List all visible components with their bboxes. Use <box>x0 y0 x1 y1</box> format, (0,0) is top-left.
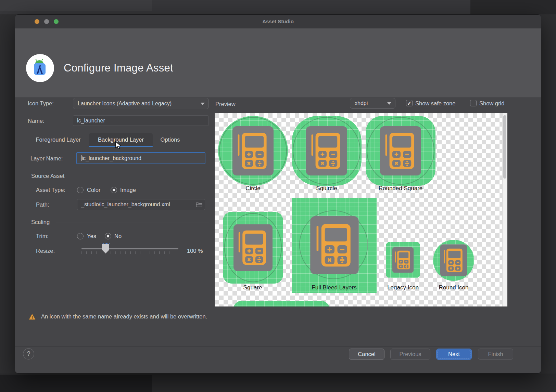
show-grid-checkbox[interactable] <box>470 100 477 106</box>
name-input[interactable]: ic_launcher <box>73 115 209 126</box>
calculator-icon <box>380 126 421 175</box>
preview-scrollbar-thumb[interactable] <box>503 115 506 179</box>
preview-shape-legacy <box>386 242 420 278</box>
preview-scrollbar-track[interactable] <box>502 113 507 306</box>
asset-type-image-label: Image <box>120 187 136 193</box>
window-title: Asset Studio <box>15 15 541 28</box>
tab-options[interactable]: Options <box>155 133 185 146</box>
preview-cell-label: Squircle <box>316 185 337 192</box>
asset-type-radio-color[interactable] <box>77 187 84 193</box>
scaling-section-label: Scaling <box>31 219 50 225</box>
preview-shape-full-bleed <box>292 198 377 293</box>
finish-button[interactable]: Finish <box>478 349 513 360</box>
name-label: Name: <box>28 118 45 124</box>
layer-name-input[interactable]: ic_launcher_background <box>76 152 205 164</box>
background-window-top <box>0 0 152 11</box>
chevron-down-icon <box>201 103 205 105</box>
section-divider <box>56 222 209 222</box>
folder-icon[interactable] <box>196 202 202 207</box>
asset-type-color-label: Color <box>87 187 100 193</box>
icon-type-value: Launcher Icons (Adaptive and Legacy) <box>78 98 172 109</box>
tab-label: Options <box>161 136 180 143</box>
layer-name-label: Layer Name: <box>30 155 63 162</box>
wizard-header: Configure Image Asset <box>15 28 541 98</box>
asset-studio-dialog: Asset Studio Configure Image Asset Icon … <box>15 14 541 374</box>
tab-foreground-layer[interactable]: Foreground Layer <box>29 133 87 146</box>
calculator-icon <box>310 216 359 274</box>
android-studio-logo <box>26 54 54 82</box>
title-bar[interactable]: Asset Studio <box>15 15 541 28</box>
resize-slider-ticks <box>81 251 178 254</box>
preview-cell-label: Legacy Icon <box>387 284 419 291</box>
mouse-cursor <box>115 141 123 149</box>
calculator-icon <box>440 244 467 276</box>
icon-type-label: Icon Type: <box>28 100 54 107</box>
trim-radio-no[interactable] <box>105 233 111 239</box>
background-window-bottom <box>0 375 152 392</box>
calculator-icon <box>232 126 274 175</box>
preview-pane[interactable]: Circle Squircle Rounded Square Square <box>215 113 507 306</box>
source-asset-section-label: Source Asset <box>31 173 64 179</box>
resize-value: 100 % <box>187 248 203 254</box>
preview-cell-label: Rounded Square <box>379 185 423 192</box>
preview-shape-squircle <box>292 116 362 186</box>
calculator-icon <box>392 247 414 273</box>
icon-type-dropdown[interactable]: Launcher Icons (Adaptive and Legacy) <box>73 98 209 109</box>
show-grid-label: Show grid <box>479 100 504 107</box>
show-safe-zone-checkbox[interactable]: ✓ <box>406 100 413 106</box>
asset-type-label: Asset Type: <box>36 187 65 193</box>
path-label: Path: <box>36 201 49 208</box>
trim-yes-label: Yes <box>87 233 96 239</box>
preview-cell-label: Full Bleed Layers <box>312 284 356 291</box>
footer-divider <box>15 347 541 347</box>
layer-name-value: ic_launcher_background <box>82 155 141 161</box>
resize-label: Resize: <box>36 248 55 254</box>
preview-shape-rounded-square <box>366 116 435 186</box>
preview-shape-square <box>223 212 283 284</box>
desktop: Asset Studio Configure Image Asset Icon … <box>0 0 556 392</box>
text-caret <box>81 155 81 161</box>
cancel-button[interactable]: Cancel <box>349 349 384 360</box>
previous-button[interactable]: Previous <box>390 349 430 360</box>
next-label: Next <box>448 351 460 357</box>
warning-icon <box>29 314 36 320</box>
preview-divider <box>240 104 346 104</box>
cancel-label: Cancel <box>358 351 375 357</box>
asset-type-radio-image[interactable] <box>111 187 117 193</box>
warning-text: An icon with the same name already exist… <box>41 313 207 320</box>
chevron-down-icon <box>387 102 391 105</box>
trim-radio-yes[interactable] <box>77 233 84 239</box>
path-input[interactable]: _studio/ic_launcher_background.xml <box>77 199 205 210</box>
background-shadow-top-right <box>470 0 556 14</box>
show-safe-zone-label: Show safe zone <box>415 100 455 107</box>
density-dropdown[interactable]: xhdpi <box>350 98 395 109</box>
section-divider <box>73 176 209 176</box>
preview-shape-circle <box>218 116 288 186</box>
warning-row: An icon with the same name already exist… <box>29 313 207 320</box>
help-label: ? <box>27 350 30 357</box>
page-title: Configure Image Asset <box>64 62 173 74</box>
calculator-icon <box>233 224 273 272</box>
preview-section-label: Preview <box>215 101 236 107</box>
tab-label: Foreground Layer <box>36 136 80 143</box>
preview-shape-partial <box>233 301 330 306</box>
name-value: ic_launcher <box>77 118 105 123</box>
safe-zone-grid <box>233 301 330 306</box>
resize-slider-track[interactable] <box>81 248 178 249</box>
preview-shape-round <box>433 240 474 281</box>
preview-cell-label: Round Icon <box>439 284 469 291</box>
next-button[interactable]: Next <box>436 349 472 360</box>
path-value: _studio/ic_launcher_background.xml <box>81 201 170 207</box>
density-value: xhdpi <box>355 98 368 108</box>
trim-label: Trim: <box>36 233 49 239</box>
help-button[interactable]: ? <box>23 348 34 360</box>
preview-cell-label: Square <box>243 284 262 291</box>
preview-cell-label: Circle <box>245 185 260 192</box>
trim-no-label: No <box>114 233 122 239</box>
calculator-icon <box>306 126 347 175</box>
finish-label: Finish <box>488 351 503 357</box>
previous-label: Previous <box>399 351 421 357</box>
